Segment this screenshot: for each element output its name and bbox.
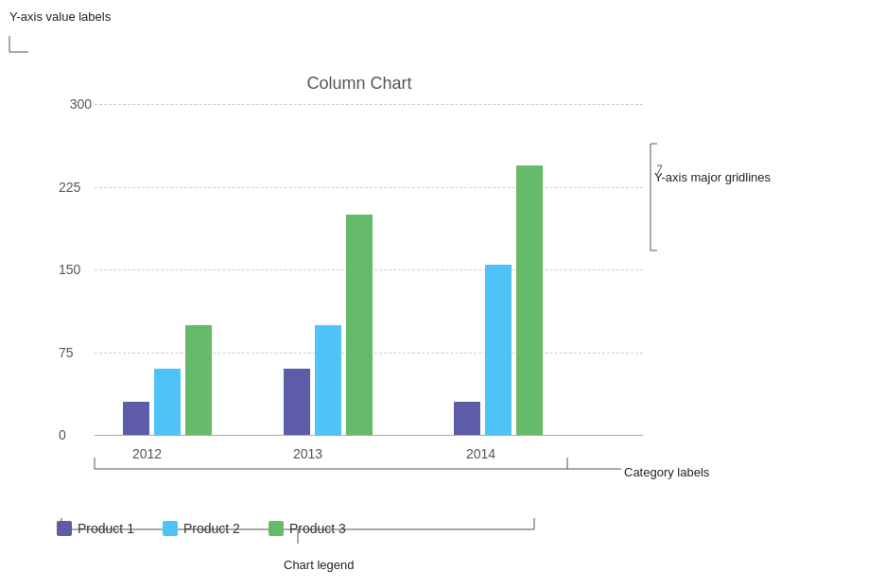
page: Y-axis value labels Y-axis major gridlin… — [0, 0, 885, 588]
legend-label-product3: Product 3 — [289, 521, 346, 536]
yaxis-major-gridlines-annotation: Y-axis major gridlines — [654, 170, 771, 184]
yaxis-value-labels-annotation: Y-axis value labels — [9, 9, 111, 24]
legend-item-product1: Product 1 — [57, 521, 134, 536]
bar-2014-product1 — [454, 402, 480, 435]
legend-item-product2: Product 2 — [163, 521, 240, 536]
y-label-300: 300 — [59, 96, 92, 112]
bar-2012-product3 — [185, 325, 212, 435]
bar-group-2012 — [123, 325, 212, 435]
bar-2014-product2 — [485, 265, 512, 435]
y-label-0: 0 — [59, 427, 66, 442]
legend-swatch-product2 — [163, 521, 178, 536]
legend-item-product3: Product 3 — [269, 521, 346, 536]
gridline-300 — [95, 104, 643, 105]
bar-2012-product2 — [154, 369, 181, 435]
bar-2013-product2 — [315, 325, 341, 435]
chart-area: 300 225 150 75 0 — [95, 104, 643, 435]
category-labels-annotation: Category labels — [624, 465, 709, 479]
bar-group-2013 — [284, 215, 373, 435]
legend-swatch-product1 — [57, 521, 72, 536]
bar-2014-product3 — [516, 165, 543, 435]
chart-legend-annotation: Chart legend — [284, 558, 354, 572]
bar-2013-product1 — [284, 369, 310, 435]
legend-label-product1: Product 1 — [78, 521, 134, 536]
x-label-2013: 2013 — [293, 446, 322, 461]
x-label-2012: 2012 — [132, 446, 162, 461]
bar-2012-product1 — [123, 402, 149, 435]
y-label-150: 150 — [59, 262, 80, 277]
y-label-75: 75 — [59, 345, 74, 360]
chart-title: Column Chart — [123, 74, 596, 94]
legend-label-product2: Product 2 — [183, 521, 240, 536]
bar-group-2014 — [454, 165, 543, 435]
x-label-2014: 2014 — [466, 446, 495, 461]
chart-legend: Product 1 Product 2 Product 3 — [57, 521, 346, 536]
y-label-225: 225 — [59, 180, 80, 195]
legend-swatch-product3 — [269, 521, 284, 536]
gridline-225 — [95, 187, 643, 188]
bar-2013-product3 — [346, 215, 373, 435]
gridline-0 — [95, 435, 643, 436]
